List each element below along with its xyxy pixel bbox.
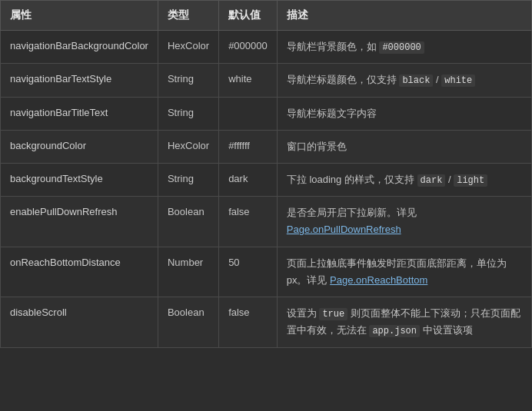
table-row: navigationBarBackgroundColorHexColor#000… (1, 31, 532, 64)
prop-desc-cell: 导航栏背景颜色，如 #000000 (277, 31, 531, 64)
code-inline: white (441, 75, 475, 87)
col-header-property: 属性 (1, 1, 158, 31)
properties-table: 属性 类型 默认值 描述 navigationBarBackgroundColo… (0, 0, 532, 348)
table-row: disableScrollBooleanfalse设置为 true 则页面整体不… (1, 297, 532, 347)
code-inline: #000000 (379, 41, 424, 54)
prop-name-cell: disableScroll (1, 297, 158, 347)
prop-desc-cell: 设置为 true 则页面整体不能上下滚动；只在页面配置中有效，无法在 app.j… (277, 297, 531, 347)
prop-default-cell: #000000 (219, 31, 278, 64)
col-header-default: 默认值 (219, 1, 278, 31)
table-row: navigationBarTitleTextString导航栏标题文字内容 (1, 97, 532, 130)
prop-name-cell: enablePullDownRefresh (1, 197, 158, 247)
table-row: navigationBarTextStyleStringwhite导航栏标题颜色… (1, 64, 532, 97)
prop-name-cell: navigationBarTextStyle (1, 64, 158, 97)
prop-desc-cell: 窗口的背景色 (277, 130, 531, 163)
prop-default-cell: false (219, 297, 278, 347)
prop-desc-cell: 是否全局开启下拉刷新。详见 Page.onPullDownRefresh (277, 197, 531, 247)
prop-name-cell: backgroundColor (1, 130, 158, 163)
prop-name-cell: navigationBarBackgroundColor (1, 31, 158, 64)
code-inline: true (319, 308, 347, 320)
prop-type-cell: HexColor (158, 31, 218, 64)
prop-type-cell: String (158, 64, 218, 97)
code-inline: black (399, 75, 433, 87)
desc-link[interactable]: Page.onReachBottom (330, 274, 427, 286)
prop-default-cell: 50 (219, 247, 278, 297)
prop-default-cell (219, 97, 278, 130)
prop-name-cell: backgroundTextStyle (1, 163, 158, 196)
prop-desc-cell: 导航栏标题颜色，仅支持 black / white (277, 64, 531, 97)
prop-default-cell: #ffffff (219, 130, 278, 163)
prop-type-cell: String (158, 163, 218, 196)
table-header-row: 属性 类型 默认值 描述 (1, 1, 532, 31)
prop-type-cell: Number (158, 247, 218, 297)
table-row: onReachBottomDistanceNumber50页面上拉触底事件触发时… (1, 247, 532, 297)
prop-default-cell: dark (219, 163, 278, 196)
table-row: enablePullDownRefreshBooleanfalse是否全局开启下… (1, 197, 532, 247)
prop-type-cell: Boolean (158, 197, 218, 247)
prop-type-cell: HexColor (158, 130, 218, 163)
prop-type-cell: String (158, 97, 218, 130)
prop-type-cell: Boolean (158, 297, 218, 347)
prop-default-cell: white (219, 64, 278, 97)
prop-default-cell: false (219, 197, 278, 247)
col-header-type: 类型 (158, 1, 218, 31)
prop-desc-cell: 导航栏标题文字内容 (277, 97, 531, 130)
table-row: backgroundColorHexColor#ffffff窗口的背景色 (1, 130, 532, 163)
prop-name-cell: navigationBarTitleText (1, 97, 158, 130)
desc-link[interactable]: Page.onPullDownRefresh (287, 224, 401, 235)
code-inline: dark (417, 174, 446, 187)
code-inline: app.json (369, 325, 420, 337)
prop-desc-cell: 下拉 loading 的样式，仅支持 dark / light (277, 163, 531, 196)
table-row: backgroundTextStyleStringdark下拉 loading … (1, 163, 532, 196)
code-inline: light (454, 174, 487, 187)
col-header-desc: 描述 (277, 1, 531, 31)
prop-desc-cell: 页面上拉触底事件触发时距页面底部距离，单位为px。详见 Page.onReach… (277, 247, 531, 297)
prop-name-cell: onReachBottomDistance (1, 247, 158, 297)
